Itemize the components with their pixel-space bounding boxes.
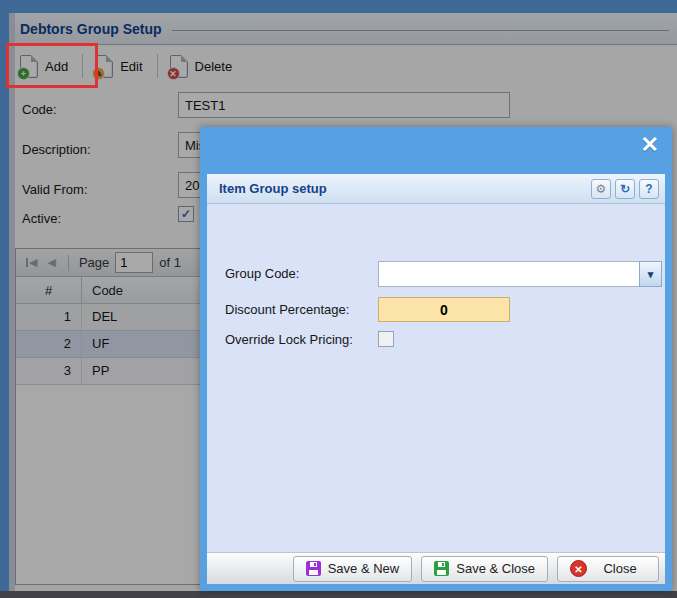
- close-button[interactable]: ✕ Close: [557, 556, 659, 582]
- dialog-footer: Save & New Save & Close ✕ Close: [207, 552, 665, 584]
- override-lock-pricing-label: Override Lock Pricing:: [225, 332, 353, 347]
- group-code-label: Group Code:: [225, 266, 299, 281]
- close-icon[interactable]: ✕: [641, 134, 659, 156]
- dialog-header: Item Group setup ⚙ ↻ ?: [207, 174, 665, 204]
- save-and-close-button[interactable]: Save & Close: [421, 556, 548, 582]
- gear-icon: ⚙: [596, 182, 607, 196]
- dialog-inner-panel: Item Group setup ⚙ ↻ ? Group Code: ▾ Dis…: [207, 174, 665, 584]
- dialog-body: Group Code: ▾ Discount Percentage: Overr…: [207, 204, 665, 552]
- floppy-label: [437, 570, 446, 575]
- save-and-new-button[interactable]: Save & New: [293, 556, 413, 582]
- floppy-slot: [314, 563, 316, 566]
- save-and-new-label: Save & New: [328, 561, 400, 576]
- help-icon: ?: [645, 182, 652, 196]
- help-button[interactable]: ?: [639, 179, 659, 199]
- discount-percentage-input[interactable]: [378, 297, 510, 322]
- discount-percentage-label: Discount Percentage:: [225, 302, 349, 317]
- refresh-button[interactable]: ↻: [615, 179, 635, 199]
- page-root: Debtors Group Setup + Add ✎ Edit ✕ Dele: [0, 0, 677, 598]
- close-button-label: Close: [594, 561, 646, 576]
- dialog-title: Item Group setup: [219, 181, 587, 196]
- save-close-floppy-icon: [434, 561, 449, 576]
- group-code-combobox: ▾: [378, 261, 662, 287]
- chevron-down-icon: ▾: [648, 268, 654, 281]
- add-button-highlight: [6, 43, 98, 88]
- close-x-icon: ✕: [570, 560, 587, 577]
- group-code-input[interactable]: [378, 261, 639, 287]
- save-and-close-label: Save & Close: [456, 561, 535, 576]
- floppy-slot: [442, 563, 444, 566]
- refresh-icon: ↻: [620, 182, 630, 196]
- item-group-setup-dialog: ✕ Item Group setup ⚙ ↻ ? Group Code: ▾ D…: [200, 127, 672, 591]
- settings-button[interactable]: ⚙: [591, 179, 611, 199]
- combo-dropdown-button[interactable]: ▾: [639, 261, 662, 287]
- floppy-label: [309, 570, 318, 575]
- save-new-floppy-icon: [306, 561, 321, 576]
- override-lock-pricing-checkbox[interactable]: [378, 331, 394, 347]
